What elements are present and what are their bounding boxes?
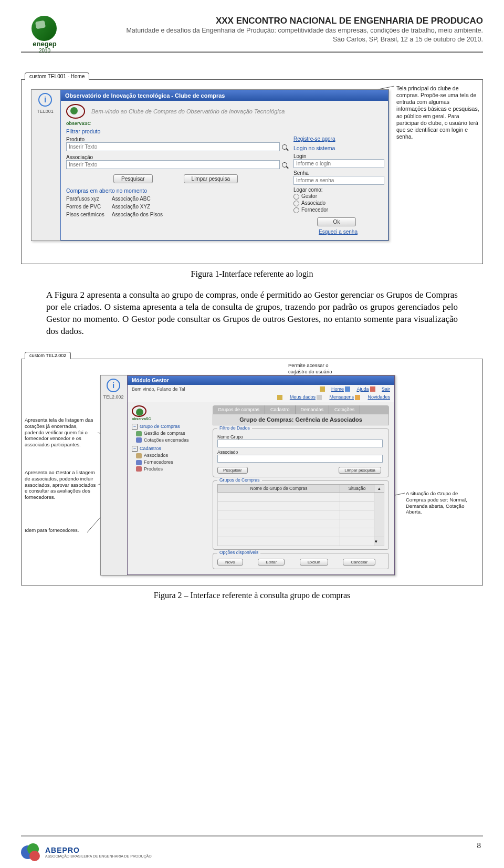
scroll-up-icon[interactable]: ▴ [374,485,384,493]
header-text: XXX ENCONTRO NACIONAL DE ENGENHARIA DE P… [74,16,483,44]
collapse-icon[interactable]: − [132,446,138,452]
gestor-titlebar: Módulo Gestor [128,376,394,385]
tree-cad-head: Cadastros [140,446,161,451]
senha-input[interactable] [293,176,384,185]
figure-1-frame: custom TEL001 - Home Tela principal do c… [21,79,483,264]
tab-grupos[interactable]: Grupos de compras [213,405,265,414]
grupos-fieldset: Grupos de Compras Nome do Grupo de Compr… [213,480,389,550]
login-window-titlebar: Observatório de Inovação tecnológica - C… [61,90,388,101]
open-purchases-table: Parafusos xyzAssociação ABC Forros de PV… [66,195,170,218]
role-radio-gestor[interactable]: Gestor [293,193,383,200]
open-purchases-title: Compras em aberto no momento [66,187,288,194]
figure-1-caption: Figura 1-Interface referente ao login [21,269,483,279]
scroll-down-icon[interactable]: ▾ [374,537,384,546]
observa-label: observaSC [66,121,383,126]
tab-cotacoes[interactable]: Cotações [329,405,360,414]
gestor-window: i TEL2.002 Módulo Gestor Bem vindo, Fula… [100,375,395,576]
role-radio-fornecedor[interactable]: Fornecedor [293,207,383,213]
abepro-logo-text: ABEPRO [45,846,152,854]
abepro-logo-sub: ASSOCIAÇÃO BRASILEIRA DE ENGENHARIA DE P… [45,854,152,858]
tab-bar: Grupos de compras Cadastro Demandas Cota… [213,405,389,414]
filter-fieldset: Filtro de Dados Nome Grupo Associado Pes… [213,428,389,477]
login-label: Login [293,153,383,159]
search-icon[interactable] [282,144,288,151]
figure-2-frame: custom TEL2.002 Permite acessar o cadast… [21,359,483,585]
editar-button[interactable]: Editar [258,559,285,566]
info-icon: i [38,93,52,107]
associado-label: Associado [217,449,384,455]
novidades-link[interactable]: Novidades [368,394,390,400]
tab-demandas[interactable]: Demandas [296,405,330,414]
search-icon[interactable] [282,162,288,169]
enegep-logo: enegep 2010 [21,16,68,47]
excluir-button[interactable]: Excluir [300,559,328,566]
figure-1-tab: custom TEL001 - Home [25,72,89,80]
info-icon: i [107,379,120,392]
product-input[interactable] [66,142,280,151]
senha-label: Senha [293,170,383,176]
search-button[interactable]: Pesquisar [113,174,152,183]
cancelar-button[interactable]: Cancelar [343,559,375,566]
associado-input[interactable] [217,455,383,463]
novo-button[interactable]: Novo [217,559,243,566]
observa-label: observaSC [132,417,205,421]
clear-search-button[interactable]: Limpar pesquisa [184,174,238,183]
annotation-left-3: Idem para fornecedores. [25,527,88,534]
welcome-text: Bem-vindo ao Clube de Compras do Observa… [91,108,285,114]
mensagens-link[interactable]: Mensagens [329,394,354,400]
search-button[interactable]: Pesquisar [217,467,248,474]
login-section-title: Login no sistema [293,145,383,151]
table-row [218,510,384,519]
table-row [218,493,384,501]
assoc-input[interactable] [66,160,280,169]
nome-grupo-label: Nome Grupo [217,434,384,440]
filter-legend: Filtro de Dados [217,425,252,431]
tree-item[interactable]: Fornecedores [136,459,205,465]
clear-search-button[interactable]: Limpar pesquisa [339,467,381,474]
grupos-table: Nome do Grupo de Compras Situação ▴ ▾ [217,484,384,546]
home-link[interactable]: Home [331,386,344,392]
nome-grupo-input[interactable] [217,440,383,447]
annotation-left-1: Apresenta tela de listagem das cotações … [25,417,96,448]
login-input[interactable] [293,159,384,168]
header-location: São Carlos, SP, Brasil, 12 a 15 de outub… [74,35,483,44]
annotation-left-2: Apresenta ao Gestor a listagem de associ… [25,469,96,500]
figure-2-caption: Figura 2 – Interface referente à consult… [21,591,483,600]
login-window-main: Observatório de Inovação tecnológica - C… [60,90,388,240]
forgot-password-link[interactable]: Esqueci a senha [319,229,358,235]
tree-item[interactable]: Produtos [136,466,205,472]
login-window-sidebar-label: TEL001 [32,109,59,114]
globe-icon [32,16,57,41]
filter-section-title: Filtrar produto [66,128,288,134]
table-row: ▾ [218,537,384,546]
tree-item[interactable]: Gestão de compras [136,431,205,436]
tab-cadastro[interactable]: Cadastro [265,405,296,414]
collapse-icon[interactable]: − [132,424,138,430]
observa-logo [132,405,148,417]
col-situacao: Situação [340,485,374,493]
login-window-sidebar: i TEL001 [32,90,59,117]
footer-rule [21,835,483,836]
tree-item[interactable]: Cotações encerradas [136,437,205,443]
logar-como-label: Logar como: [293,187,383,193]
gestor-right-panel: Grupos de compras Cadastro Demandas Cota… [207,402,394,574]
gestor-left-panel: observaSC −Grupo de Compras Gestão de co… [128,402,207,574]
login-window: i TEL001 Observatório de Inovação tecnol… [31,89,389,241]
page-header: enegep 2010 XXX ENCONTRO NACIONAL DE ENG… [21,16,483,53]
table-row: Forros de PVCAssociação XYZ [66,203,170,211]
options-fieldset: Opções disponíveis Novo Editar Excluir C… [213,553,389,569]
register-link[interactable]: Registre-se agora [293,136,335,142]
ok-button[interactable]: Ok [317,217,356,226]
exit-link[interactable]: Sair [382,386,390,392]
table-row: Parafusos xyzAssociação ABC [66,195,170,203]
abepro-logo: ABEPRO ASSOCIAÇÃO BRASILEIRA DE ENGENHAR… [21,843,152,860]
header-subtitle: Maturidade e desafios da Engenharia de P… [74,26,483,35]
help-link[interactable]: Ajuda [356,386,369,392]
figure-2-tab: custom TEL2.002 [25,352,71,359]
table-row [218,501,384,510]
tree-item[interactable]: Associados [136,453,205,458]
enegep-logo-year: 2010 [21,48,68,54]
meus-dados-link[interactable]: Meus dados [290,394,316,400]
role-radio-associado[interactable]: Associado [293,200,383,206]
figure-2: custom TEL2.002 Permite acessar o cadast… [21,359,483,600]
